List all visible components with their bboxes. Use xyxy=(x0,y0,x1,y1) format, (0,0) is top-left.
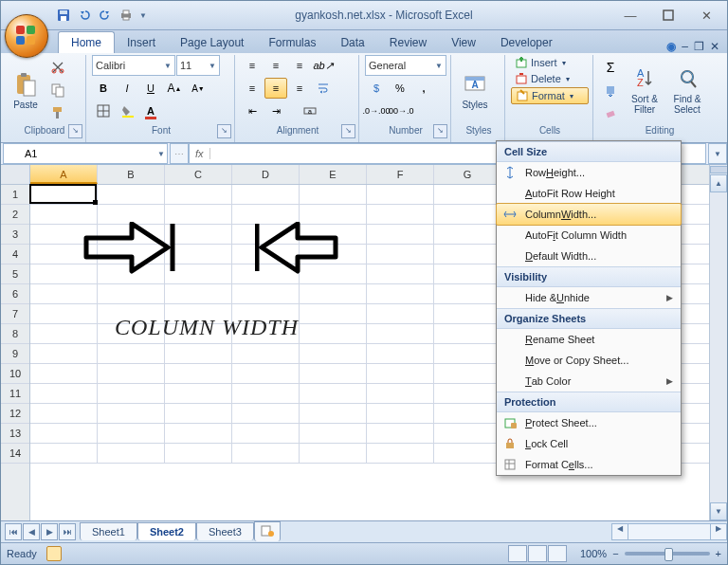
cell[interactable] xyxy=(367,185,434,204)
bold-button[interactable]: B xyxy=(92,78,115,99)
column-header[interactable]: E xyxy=(300,165,367,184)
zoom-in-button[interactable]: + xyxy=(716,548,721,559)
cell[interactable] xyxy=(434,384,501,403)
merge-center-button[interactable]: a xyxy=(288,100,332,121)
cell[interactable] xyxy=(367,444,434,463)
sheet-tab[interactable]: Sheet2 xyxy=(137,522,196,540)
view-page-break-button[interactable] xyxy=(548,545,567,562)
align-left-button[interactable]: ≡ xyxy=(241,78,264,99)
cell[interactable] xyxy=(165,384,232,403)
row-header[interactable]: 7 xyxy=(1,304,29,324)
cell[interactable] xyxy=(367,225,434,244)
cell[interactable] xyxy=(98,324,165,343)
tab-home[interactable]: Home xyxy=(58,31,115,53)
cell[interactable] xyxy=(300,304,367,323)
cell[interactable] xyxy=(434,185,501,204)
cell[interactable] xyxy=(232,304,300,323)
orientation-button[interactable]: ab↗ xyxy=(312,55,335,76)
horizontal-scrollbar[interactable]: ◀ ▶ xyxy=(611,523,727,540)
cell[interactable] xyxy=(300,444,367,463)
cell[interactable] xyxy=(367,364,434,383)
row-header[interactable]: 9 xyxy=(1,344,29,364)
menu-tab-color[interactable]: Tab Color▶ xyxy=(497,371,681,392)
maximize-button[interactable] xyxy=(657,7,680,24)
menu-hide-unhide[interactable]: Hide & Unhide▶ xyxy=(497,287,681,308)
cell[interactable] xyxy=(165,364,232,383)
cell[interactable] xyxy=(165,284,232,303)
menu-row-height[interactable]: Row Height... xyxy=(497,162,681,183)
sort-filter-button[interactable]: AZ Sort & Filter xyxy=(625,55,664,125)
cell[interactable] xyxy=(98,205,165,224)
font-face-combo[interactable]: Calibri▼ xyxy=(92,55,175,76)
cell[interactable] xyxy=(367,384,434,403)
menu-move-copy-sheet[interactable]: Move or Copy Sheet... xyxy=(497,350,681,371)
tab-nav-next[interactable]: ▶ xyxy=(41,523,58,540)
qat-undo-button[interactable] xyxy=(75,6,94,25)
cell[interactable] xyxy=(434,424,501,443)
cell[interactable] xyxy=(98,264,165,283)
column-header[interactable]: F xyxy=(367,165,434,184)
cell[interactable] xyxy=(30,185,98,204)
cell[interactable] xyxy=(367,284,434,303)
cell[interactable] xyxy=(98,304,165,323)
scroll-down-button[interactable]: ▼ xyxy=(710,502,727,520)
cell[interactable] xyxy=(98,384,165,403)
format-painter-button[interactable] xyxy=(46,102,69,123)
row-header[interactable]: 11 xyxy=(1,384,29,404)
cell[interactable] xyxy=(232,324,300,343)
cell[interactable] xyxy=(98,225,165,244)
row-header[interactable]: 13 xyxy=(1,424,29,444)
cell[interactable] xyxy=(165,444,232,463)
row-header[interactable]: 14 xyxy=(1,444,29,464)
cell[interactable] xyxy=(165,225,232,244)
paste-button[interactable]: Paste xyxy=(8,55,44,125)
close-button[interactable]: ✕ xyxy=(695,7,718,24)
row-header[interactable]: 12 xyxy=(1,404,29,424)
name-box-expand[interactable]: ⋯ xyxy=(170,143,189,164)
ribbon-restore-window[interactable]: ❐ xyxy=(694,40,704,53)
cell[interactable] xyxy=(30,245,98,264)
cell[interactable] xyxy=(232,344,300,363)
cell[interactable] xyxy=(30,304,98,323)
cell[interactable] xyxy=(30,324,98,343)
underline-button[interactable]: U xyxy=(139,78,162,99)
grow-font-button[interactable]: A▲ xyxy=(163,78,186,99)
format-cells-button[interactable]: Format ▾ xyxy=(511,87,589,104)
cell[interactable] xyxy=(30,444,98,463)
wrap-text-button[interactable] xyxy=(312,78,335,99)
cell[interactable] xyxy=(98,364,165,383)
cell[interactable] xyxy=(98,404,165,423)
row-header[interactable]: 4 xyxy=(1,245,29,264)
comma-format-button[interactable]: , xyxy=(412,78,435,99)
fx-icon[interactable]: fx xyxy=(190,148,210,159)
column-header[interactable]: C xyxy=(165,165,232,184)
cell[interactable] xyxy=(300,225,367,244)
row-header[interactable]: 2 xyxy=(1,205,29,225)
office-button[interactable] xyxy=(5,14,48,58)
select-all-corner[interactable] xyxy=(1,165,29,185)
qat-save-button[interactable] xyxy=(54,6,73,25)
cell[interactable] xyxy=(434,404,501,423)
borders-button[interactable] xyxy=(92,100,115,121)
help-icon[interactable]: ◉ xyxy=(666,40,676,53)
cell[interactable] xyxy=(232,225,300,244)
align-bottom-button[interactable]: ≡ xyxy=(288,55,311,76)
cell[interactable] xyxy=(232,364,300,383)
cell[interactable] xyxy=(165,324,232,343)
sheet-tab[interactable]: Sheet3 xyxy=(196,522,254,540)
cell[interactable] xyxy=(434,264,501,283)
tab-review[interactable]: Review xyxy=(377,32,439,53)
cell[interactable] xyxy=(98,284,165,303)
copy-button[interactable] xyxy=(46,80,69,100)
qat-redo-button[interactable] xyxy=(96,6,115,25)
cell[interactable] xyxy=(300,404,367,423)
menu-rename-sheet[interactable]: Rename Sheet xyxy=(497,329,681,350)
cell[interactable] xyxy=(434,304,501,323)
shrink-font-button[interactable]: A▼ xyxy=(187,78,209,99)
row-header[interactable]: 8 xyxy=(1,324,29,344)
cell[interactable] xyxy=(30,344,98,363)
fill-color-button[interactable] xyxy=(116,100,138,121)
decrease-decimal-button[interactable]: .00→.0 xyxy=(389,100,411,121)
row-header[interactable]: 6 xyxy=(1,284,29,304)
italic-button[interactable]: I xyxy=(116,78,138,99)
